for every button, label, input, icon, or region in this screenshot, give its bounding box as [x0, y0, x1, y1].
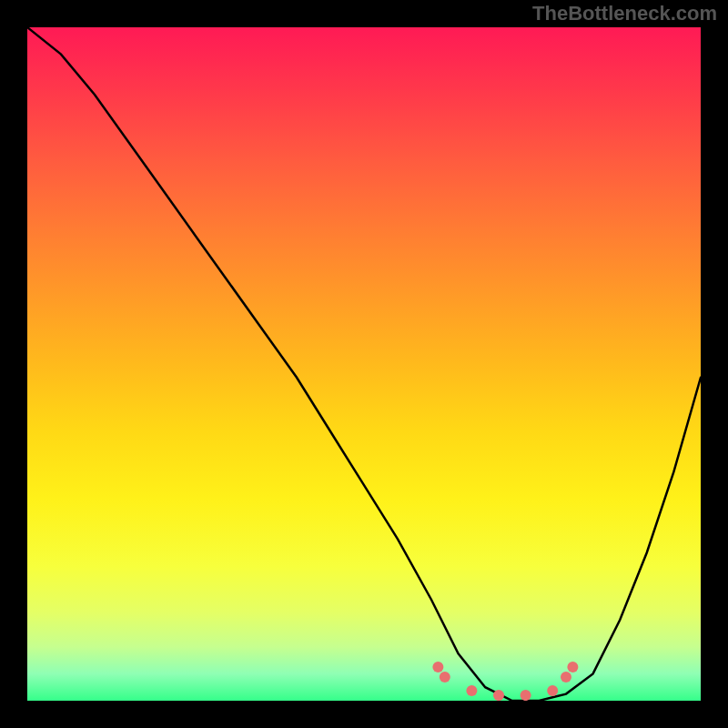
bottleneck-curve-path [27, 27, 701, 701]
watermark-text: TheBottleneck.com [532, 2, 717, 25]
sweet-spot-marker [521, 690, 531, 701]
sweet-spot-marker [432, 662, 443, 672]
bottleneck-curve-svg [27, 27, 701, 701]
sweet-spot-marker [561, 672, 571, 682]
sweet-spot-marker [440, 672, 450, 682]
sweet-spot-marker [567, 662, 578, 672]
plot-area [27, 27, 701, 701]
sweet-spot-markers-group [432, 662, 578, 701]
sweet-spot-marker [493, 690, 504, 701]
sweet-spot-marker [466, 685, 477, 696]
chart-container: TheBottleneck.com [0, 0, 728, 728]
sweet-spot-marker [547, 685, 558, 696]
